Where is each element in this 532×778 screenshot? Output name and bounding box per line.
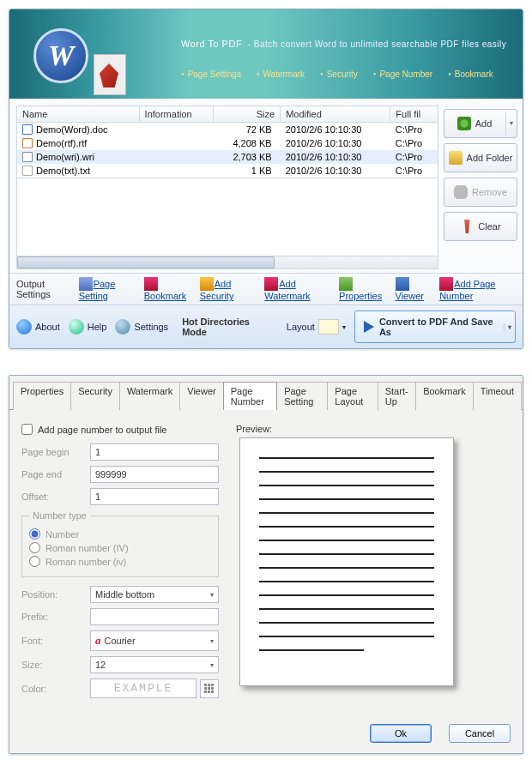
arrow-right-icon <box>364 321 374 333</box>
add-folder-button[interactable]: Add Folder <box>444 143 517 172</box>
convert-button[interactable]: Convert to PDF And Save As <box>354 311 516 343</box>
svg-rect-8 <box>211 691 214 693</box>
hot-directories-mode[interactable]: Hot Directories Mode <box>177 317 278 337</box>
size-select[interactable]: 12 <box>90 656 219 673</box>
radio-roman-lower[interactable] <box>29 556 40 567</box>
title-text: Word To PDF <box>181 39 242 49</box>
horizontal-scrollbar[interactable] <box>16 256 438 269</box>
banner-tab[interactable]: Watermark <box>257 69 305 79</box>
page-setting-icon <box>79 277 93 291</box>
page-begin-input[interactable] <box>90 443 219 461</box>
remove-icon <box>454 185 468 199</box>
info-icon <box>16 319 32 335</box>
tab-timeout[interactable]: Timeout <box>473 382 522 410</box>
col-path[interactable]: Full fil <box>390 106 438 123</box>
radio-roman-upper[interactable] <box>29 542 40 553</box>
security-icon <box>200 277 214 291</box>
file-icon <box>22 124 33 135</box>
layout-control[interactable]: Layout▾ <box>287 319 346 335</box>
banner-tab[interactable]: Bookmark <box>448 69 493 79</box>
number-type-legend: Number type <box>29 510 90 521</box>
properties-link[interactable]: Properties <box>339 291 382 301</box>
tab-properties[interactable]: Properties <box>13 382 71 410</box>
svg-rect-3 <box>204 687 207 690</box>
settings-button[interactable]: Settings <box>115 319 168 335</box>
clear-button[interactable]: Clear <box>444 212 517 241</box>
banner: W Word To PDF - Batch convert Word to un… <box>9 9 523 99</box>
output-settings-toolbar: Output Settings Page Setting Bookmark Ad… <box>9 273 523 305</box>
grid-icon <box>204 684 215 694</box>
plus-icon <box>457 117 471 130</box>
page-number-icon <box>439 277 453 291</box>
file-icon <box>22 166 33 176</box>
help-icon <box>69 319 84 335</box>
app-logo: W <box>33 28 88 83</box>
font-icon: a <box>95 634 101 647</box>
tab-bookmark[interactable]: Bookmark <box>415 382 474 410</box>
color-label: Color: <box>21 684 90 694</box>
banner-tab[interactable]: Security <box>320 69 358 79</box>
page-begin-label: Page begin <box>21 447 90 457</box>
tab-security[interactable]: Security <box>70 382 120 410</box>
tab-start-up[interactable]: Start-Up <box>378 382 416 410</box>
page-end-input[interactable] <box>90 466 219 483</box>
position-label: Position: <box>21 589 90 600</box>
cancel-button[interactable]: Cancel <box>449 724 511 743</box>
font-label: Font: <box>21 636 90 646</box>
layout-swatch-icon <box>318 319 339 335</box>
clear-icon <box>460 220 474 233</box>
prefix-label: Prefix: <box>21 612 90 622</box>
gear-icon <box>115 319 130 335</box>
svg-rect-5 <box>211 687 214 690</box>
file-icon <box>22 152 33 162</box>
viewer-link[interactable]: Viewer <box>396 291 424 301</box>
table-row[interactable]: Demo(wri).wri2,703 KB2010/2/6 10:10:30C:… <box>17 150 438 164</box>
bottom-toolbar: About Help Settings Hot Directories Mode… <box>9 305 523 348</box>
file-table[interactable]: Name Information Size Modified Full fil … <box>16 106 438 178</box>
svg-rect-6 <box>204 691 207 693</box>
col-name[interactable]: Name <box>17 106 140 123</box>
add-page-number-checkbox[interactable] <box>21 424 33 435</box>
properties-icon <box>339 277 353 291</box>
radio-number[interactable] <box>29 528 40 540</box>
prefix-input[interactable] <box>90 608 219 625</box>
banner-tabs: Page Settings Watermark Security Page Nu… <box>181 69 493 79</box>
col-modified[interactable]: Modified <box>281 106 390 123</box>
pdf-icon <box>94 54 126 95</box>
tab-page-layout[interactable]: Page Layout <box>327 382 378 410</box>
table-row[interactable]: Demo(Word).doc72 KB2010/2/6 10:10:30C:\P… <box>17 123 438 137</box>
preview-label: Preview: <box>236 424 511 434</box>
offset-label: Offset: <box>21 492 90 502</box>
help-button[interactable]: Help <box>69 319 107 335</box>
bookmark-icon <box>144 277 158 291</box>
preview-page <box>239 437 454 686</box>
file-icon <box>22 138 33 148</box>
about-button[interactable]: About <box>16 319 60 335</box>
font-select[interactable]: aCourier <box>90 630 219 651</box>
tab-page-setting[interactable]: Page Setting <box>276 382 328 410</box>
page-end-label: Page end <box>21 469 90 479</box>
output-settings-label: Output Settings <box>16 279 70 299</box>
add-button[interactable]: Add <box>444 109 517 138</box>
banner-tab[interactable]: Page Settings <box>181 69 241 79</box>
folder-icon <box>449 151 462 165</box>
tab-page-number[interactable]: Page Number <box>223 382 277 410</box>
svg-rect-2 <box>211 684 214 686</box>
color-picker-button[interactable] <box>200 679 219 698</box>
svg-rect-1 <box>208 684 210 686</box>
table-row[interactable]: Demo(rtf).rtf4,208 KB2010/2/6 10:10:30C:… <box>17 136 438 150</box>
tab-watermark[interactable]: Watermark <box>119 382 180 410</box>
offset-input[interactable] <box>90 488 219 505</box>
watermark-icon <box>264 277 278 291</box>
col-info[interactable]: Information <box>139 106 214 123</box>
remove-button[interactable]: Remove <box>444 178 517 207</box>
tab-viewer[interactable]: Viewer <box>179 382 223 410</box>
table-row[interactable]: Demo(txt).txt1 KB2010/2/6 10:10:30C:\Pro <box>17 164 438 178</box>
banner-tab[interactable]: Page Number <box>373 69 432 79</box>
svg-rect-0 <box>204 684 207 686</box>
bookmark-link[interactable]: Bookmark <box>144 291 187 301</box>
viewer-icon <box>396 277 409 291</box>
col-size[interactable]: Size <box>214 106 281 123</box>
position-select[interactable]: Middle bottom <box>90 586 219 603</box>
ok-button[interactable]: Ok <box>370 724 432 743</box>
